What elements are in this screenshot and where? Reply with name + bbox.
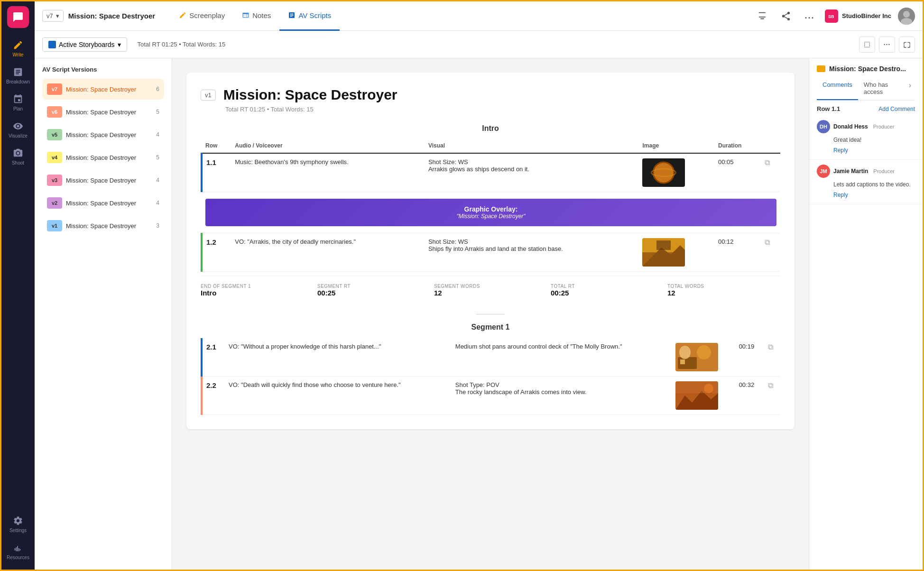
- row-num-1-2: 1.2: [202, 233, 231, 272]
- share-icon-btn[interactable]: [777, 8, 795, 25]
- row-copy-1-1[interactable]: ⧉: [761, 153, 780, 192]
- sidebar-item-visualize[interactable]: Visualize: [1, 116, 35, 143]
- storyboard-color-indicator: [48, 41, 56, 48]
- comments-tabs: Comments Who has access ›: [817, 77, 915, 101]
- version-item-v5[interactable]: v5 Mission: Space Destroyer 4: [42, 124, 164, 145]
- seg-foot-seg-words: SEGMENT WORDS 12: [434, 284, 547, 297]
- row-image-2-2: [672, 377, 735, 415]
- segment1-label: Intro: [201, 124, 780, 133]
- storyboard-selector[interactable]: Active Storyboards ▾: [42, 37, 127, 52]
- col-duration: Duration: [714, 139, 761, 153]
- more-options-btn[interactable]: ...: [801, 8, 818, 25]
- av-table-segment1: Row Audio / Voiceover Visual Image Durat…: [201, 139, 780, 272]
- tab-av-scripts[interactable]: AV Scripts: [279, 1, 340, 31]
- grid-view-btn[interactable]: [899, 37, 915, 53]
- comments-header: Mission: Space Destro... Comments Who ha…: [809, 58, 923, 101]
- comment-header-1: JM Jamie Martin Producer: [817, 165, 915, 178]
- version-item-v2[interactable]: v2 Mission: Space Destroyer 4: [42, 193, 164, 213]
- brand-icon: SB: [825, 9, 838, 23]
- seg-foot-end: END OF SEGMENT 1 Intro: [201, 284, 314, 297]
- col-image: Image: [638, 139, 714, 153]
- version-name-v5: Mission: Space Destroyer: [66, 131, 152, 138]
- version-count-v5: 4: [156, 131, 159, 138]
- script-area: v1 Mission: Space Destroyer Total RT 01:…: [172, 58, 809, 570]
- tab-notes-label: Notes: [252, 11, 271, 19]
- app-logo[interactable]: [7, 6, 29, 28]
- svg-point-0: [17, 152, 19, 155]
- dots-icon: ···: [884, 41, 891, 48]
- version-count-v4: 5: [156, 154, 159, 161]
- row-image-1-2: [638, 233, 714, 272]
- version-item-v1[interactable]: v1 Mission: Space Destroyer 3: [42, 215, 164, 236]
- add-comment-btn[interactable]: Add Comment: [878, 106, 915, 112]
- row-copy-2-1[interactable]: ⧉: [764, 338, 780, 377]
- comment-item-0: DH Donald Hess Producer Great idea! Repl…: [809, 115, 923, 160]
- row-visual-2-1: Medium shot pans around control deck of …: [452, 338, 672, 377]
- screen-icon-btn[interactable]: [754, 8, 771, 25]
- graphic-overlay-sublabel: "Mission: Space Destroyer": [212, 213, 770, 220]
- script-card: v1 Mission: Space Destroyer Total RT 01:…: [186, 73, 795, 429]
- image-thumb-1-2: [642, 238, 685, 267]
- tab-notes[interactable]: Notes: [233, 1, 279, 31]
- segment-divider: [201, 314, 780, 314]
- svg-text:SB: SB: [828, 14, 834, 19]
- version-item-v3[interactable]: v3 Mission: Space Destroyer 4: [42, 170, 164, 191]
- tab-comments[interactable]: Comments: [817, 77, 858, 100]
- sidebar-item-resources[interactable]: Resources: [1, 538, 35, 565]
- row-num-1-1: 1.1: [202, 153, 231, 192]
- version-count-v2: 4: [156, 200, 159, 206]
- subtoolbar-actions: ···: [859, 37, 915, 53]
- sidebar-item-plan[interactable]: Plan: [1, 89, 35, 116]
- comment-avatar-1: JM: [817, 165, 830, 178]
- version-name-v4: Mission: Space Destroyer: [66, 154, 152, 161]
- table-row: 2.2 VO: "Death will quickly find those w…: [202, 377, 780, 415]
- version-badge-v1: v1: [47, 220, 62, 231]
- comments-panel-expand[interactable]: ›: [905, 77, 915, 100]
- version-selector[interactable]: v7 ▾: [42, 10, 64, 22]
- brand-logo[interactable]: SB StudioBinder Inc: [825, 9, 891, 23]
- row-copy-2-2[interactable]: ⧉: [764, 377, 780, 415]
- row-copy-1-2[interactable]: ⧉: [761, 233, 780, 272]
- version-item-v4[interactable]: v4 Mission: Space Destroyer 5: [42, 147, 164, 168]
- segment2-label: Segment 1: [201, 323, 780, 332]
- comment-reply-0[interactable]: Reply: [817, 147, 915, 154]
- row-image-1-1: [638, 153, 714, 192]
- user-avatar[interactable]: [898, 8, 915, 25]
- row-audio-1-2: VO: "Arrakis, the city of deadly mercina…: [231, 233, 425, 272]
- comments-row-header: Row 1.1 Add Comment: [809, 101, 923, 115]
- version-count-v6: 5: [156, 109, 159, 115]
- version-badge-v4: v4: [47, 152, 62, 163]
- topbar-tabs: Screenplay Notes AV Scripts: [170, 1, 340, 31]
- row-visual-2-2: Shot Type: POVThe rocky landscape of Arr…: [452, 377, 672, 415]
- row-visual-1-2: Shot Size: WS Ships fly into Arrakis and…: [425, 233, 639, 272]
- svg-rect-17: [680, 359, 685, 364]
- tab-screenplay[interactable]: Screenplay: [170, 1, 233, 31]
- comment-header-0: DH Donald Hess Producer: [817, 120, 915, 133]
- table-row: 2.1 VO: "Without a proper knowledge of t…: [202, 338, 780, 377]
- version-badge-v7: v7: [47, 83, 62, 95]
- script-title: Mission: Space Destroyer: [223, 87, 397, 103]
- sidebar-item-breakdown[interactable]: Breakdown: [1, 62, 35, 89]
- comment-avatar-0: DH: [817, 120, 830, 133]
- sidebar-item-shoot[interactable]: Shoot: [1, 143, 35, 170]
- comment-reply-1[interactable]: Reply: [817, 192, 915, 198]
- sidebar-item-shoot-label: Shoot: [12, 160, 24, 166]
- sidebar-item-settings[interactable]: Settings: [1, 511, 35, 538]
- version-item-v6[interactable]: v6 Mission: Space Destroyer 5: [42, 101, 164, 122]
- more-options-btn2[interactable]: ···: [879, 37, 895, 53]
- version-item-v7[interactable]: v7 Mission: Space Destroyer 6: [42, 79, 164, 100]
- seg-foot-total-rt: TOTAL RT 00:25: [551, 284, 664, 297]
- version-badge-v2: v2: [47, 197, 62, 209]
- sidebar-item-write[interactable]: Write: [1, 35, 35, 62]
- tab-who-has-access[interactable]: Who has access: [858, 77, 905, 100]
- more-dots-label: ...: [804, 11, 814, 21]
- comments-panel: Mission: Space Destro... Comments Who ha…: [809, 58, 923, 570]
- image-thumb-2-1: [675, 343, 718, 371]
- comments-title: Mission: Space Destro...: [817, 65, 915, 73]
- version-name-v2: Mission: Space Destroyer: [66, 200, 152, 207]
- body-area: AV Script Versions v7 Mission: Space Des…: [35, 58, 923, 570]
- row-duration-1-2: 00:12: [714, 233, 761, 272]
- view-toggle-btn[interactable]: [859, 37, 875, 53]
- row-visual-1-1: Shot Size: WS Arrakis glows as ships des…: [425, 153, 639, 192]
- sidebar-item-resources-label: Resources: [7, 555, 29, 560]
